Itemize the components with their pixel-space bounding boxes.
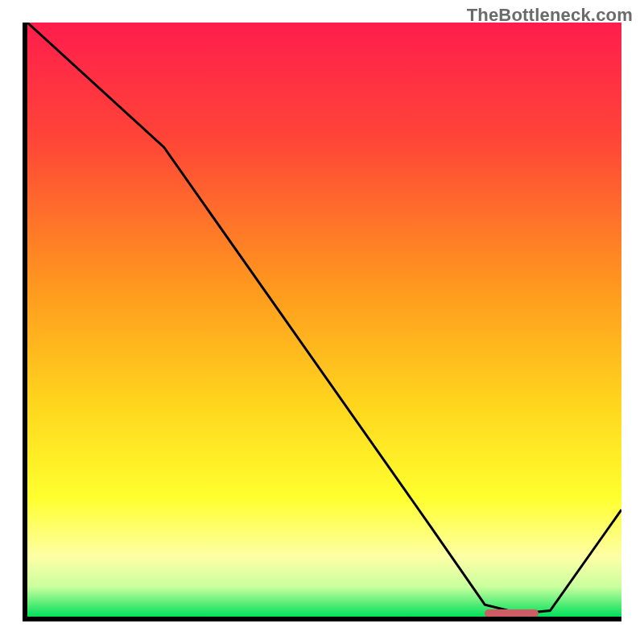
chart-container: TheBottleneck.com (0, 0, 644, 644)
optimal-range-marker (485, 609, 538, 617)
plot-area (23, 23, 621, 621)
curve-layer (27, 23, 621, 617)
bottleneck-curve (27, 23, 621, 613)
